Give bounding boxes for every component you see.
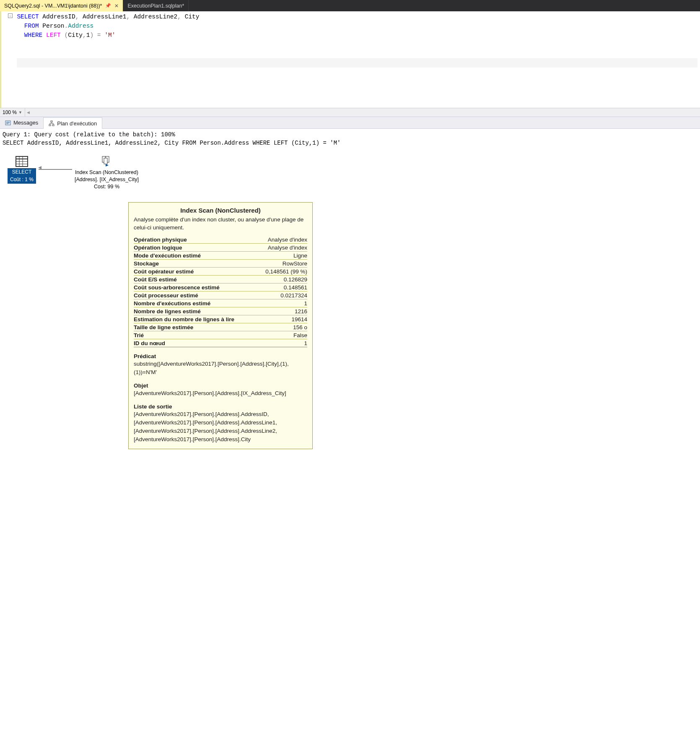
index-scan-icon [100,156,113,167]
tooltip-property-row: ID du nœud1 [134,339,307,347]
tab-sqlquery[interactable]: SQLQuery2.sql - VM...VM1\jdantoni (88))*… [0,0,123,11]
tooltip-property-key: Trié [134,332,144,338]
tooltip-property-key: Stockage [134,260,159,267]
tooltip-property-key: Taille de ligne estimée [134,324,193,330]
plan-icon [49,120,54,126]
tooltip-property-row: Estimation du nombre de lignes à lire196… [134,315,307,323]
tooltip-object-text: [AdventureWorks2017].[Person].[Address].… [134,389,307,398]
scroll-left-icon[interactable]: ◀ [27,110,31,114]
select-node-icon [15,156,29,167]
tab-execution-plan[interactable]: Plan d'exécution [44,117,102,129]
tooltip-property-key: Coût opérateur estimé [134,268,194,275]
collapse-toggle-icon[interactable]: − [8,13,13,18]
tooltip-property-key: Opération logique [134,244,182,251]
tooltip-property-value: Analyse d'index [268,237,307,243]
tooltip-property-row: Nombre d'exécutions estimé1 [134,299,307,307]
select-node-label: SELECT [8,168,36,176]
tooltip-property-row: Opération logiqueAnalyse d'index [134,244,307,252]
zoom-bar: 100 % ▼ ◀ [0,108,700,117]
tooltip-property-value: 0,148561 (99 %) [265,268,307,275]
zoom-select[interactable]: 100 % ▼ [0,108,25,117]
tooltip-object: Objet [AdventureWorks2017].[Person].[Add… [134,382,307,398]
tooltip-property-row: Nombre de lignes estimé1216 [134,307,307,315]
kw-select: SELECT [17,13,39,20]
plan-node-select[interactable]: SELECT Coût : 1 % [8,156,36,184]
tooltip-property-row: StockageRowStore [134,260,307,268]
scan-node-cost: Cost: 99 % [75,183,139,190]
tooltip-property-row: Coût E/S estimé0.126829 [134,276,307,283]
zoom-value: 100 % [3,109,17,115]
tooltip-object-header: Objet [134,382,307,389]
close-icon[interactable]: ✕ [114,3,119,9]
tab-messages-label: Messages [13,120,38,126]
kw-from: FROM [24,23,39,29]
tooltip-property-key: Opération physique [134,237,187,243]
tooltip-property-key: Coût sous-arborescence estimé [134,284,220,291]
svg-rect-5 [49,125,51,126]
svg-rect-6 [52,125,54,126]
tooltip-property-value: 19614 [291,316,307,322]
tooltip-predicate-header: Prédicat [134,353,307,359]
tooltip-property-value: 1 [304,340,307,346]
scan-node-object: [Address]. [IX_Adress_City] [75,176,139,183]
document-tabbar: SQLQuery2.sql - VM...VM1\jdantoni (88))*… [0,0,700,11]
operator-tooltip: Index Scan (NonClustered) Analyse complè… [128,202,313,449]
tooltip-property-value: RowStore [283,260,307,267]
messages-icon [5,120,11,126]
tab-plan-label: Plan d'exécution [57,120,97,127]
chevron-down-icon: ▼ [18,110,22,114]
tooltip-property-key: Nombre de lignes estimé [134,308,201,315]
kw-where: WHERE [24,32,43,39]
tooltip-property-row: TriéFalse [134,331,307,339]
plan-graph: SELECT Coût : 1 % Index Scan (NonCluster… [3,147,697,190]
tab-label: SQLQuery2.sql - VM...VM1\jdantoni (88))* [4,3,102,9]
tab-label: ExecutionPlan1.sqlplan* [127,3,184,9]
tooltip-description: Analyse complète d'un index non cluster,… [134,216,307,231]
tooltip-property-row: Mode d'exécution estiméLigne [134,252,307,260]
tab-executionplan[interactable]: ExecutionPlan1.sqlplan* [123,0,189,11]
tooltip-property-key: Nombre d'exécutions estimé [134,300,210,307]
sql-editor[interactable]: − SELECT AddressID, AddressLine1, Addres… [0,11,700,108]
execution-plan-area: Query 1: Query cost (relative to the bat… [0,129,700,451]
select-node-cost: Coût : 1 % [8,176,36,184]
editor-gutter: − [1,11,14,108]
plan-arrow [39,167,72,172]
tab-messages[interactable]: Messages [0,117,44,128]
tooltip-predicate: Prédicat substring([AdventureWorks2017].… [134,353,307,377]
svg-rect-4 [51,121,52,122]
horizontal-scrollbar[interactable]: ◀ [25,110,700,114]
tooltip-property-value: Analyse d'index [268,244,307,251]
tooltip-output-list: Liste de sortie [AdventureWorks2017].[Pe… [134,403,307,444]
tooltip-property-row: Coût sous-arborescence estimé0.148561 [134,283,307,291]
tooltip-property-value: 156 o [293,324,307,330]
tooltip-title: Index Scan (NonClustered) [134,207,307,214]
tooltip-property-key: Estimation du nombre de lignes à lire [134,316,234,322]
tooltip-predicate-text: substring([AdventureWorks2017].[Person].… [134,360,307,377]
tooltip-output-header: Liste de sortie [134,403,307,410]
tooltip-property-value: 1216 [295,308,307,315]
tooltip-property-row: Opération physiqueAnalyse d'index [134,236,307,244]
pin-icon[interactable]: 📌 [105,3,111,8]
editor-content[interactable]: SELECT AddressID, AddressLine1, AddressL… [14,11,700,108]
plan-header-cost: Query 1: Query cost (relative to the bat… [3,130,697,139]
scan-node-title: Index Scan (NonClustered) [75,169,139,176]
editor-cursor-line [17,58,697,68]
tooltip-properties: Opération physiqueAnalyse d'indexOpérati… [134,236,307,347]
tooltip-property-row: Taille de ligne estimée156 o [134,323,307,331]
plan-node-index-scan[interactable]: Index Scan (NonClustered) [Address]. [IX… [75,156,139,190]
tooltip-property-key: Mode d'exécution estimé [134,252,201,259]
plan-header-query: SELECT AddressID, AddressLine1, AddressL… [3,139,697,147]
tooltip-property-value: Ligne [293,252,307,259]
tooltip-property-key: Coût processeur estimé [134,292,198,299]
tooltip-property-row: Coût opérateur estimé0,148561 (99 %) [134,268,307,276]
tooltip-property-key: Coût E/S estimé [134,276,177,283]
tooltip-property-value: False [293,332,307,338]
tooltip-property-value: 0.148561 [284,284,307,291]
tooltip-output-text: [AdventureWorks2017].[Person].[Address].… [134,410,307,444]
svg-rect-19 [104,158,107,164]
tooltip-property-value: 0.0217324 [280,292,307,299]
tooltip-property-key: ID du nœud [134,340,165,346]
tooltip-property-value: 1 [304,300,307,307]
tooltip-property-row: Coût processeur estimé0.0217324 [134,291,307,299]
results-tabbar: Messages Plan d'exécution [0,117,700,129]
